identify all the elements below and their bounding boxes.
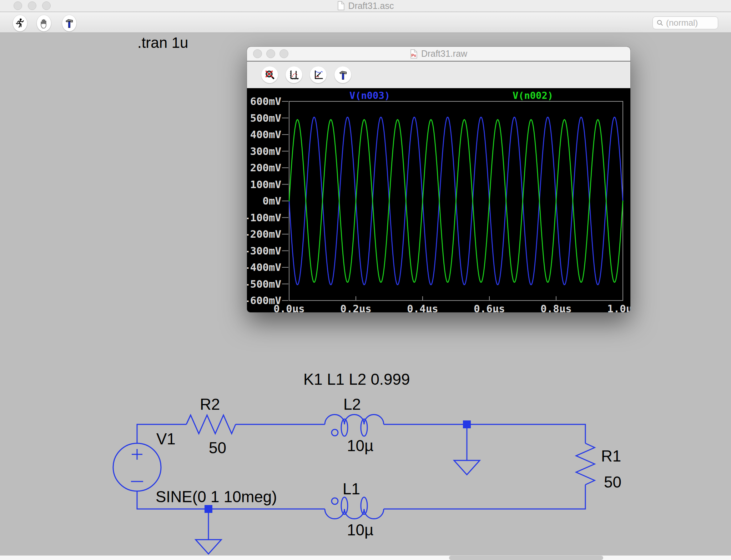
plot-control-panel-button[interactable]: [334, 66, 351, 83]
r2-symbol[interactable]: [186, 415, 236, 434]
y-tick-label: -100mV: [247, 212, 281, 223]
trace-label-vn003[interactable]: V(n003): [349, 90, 390, 101]
v1-value-label[interactable]: SINE(0 1 10meg): [156, 488, 277, 506]
x-tick-label: 0.8µs: [528, 303, 585, 312]
plus-sign: [132, 449, 142, 460]
y-tick-label: 400mV: [247, 129, 281, 140]
l2-phase-dot: [332, 429, 338, 436]
close-button[interactable]: [253, 49, 262, 58]
x-tick-label: 0.6µs: [461, 303, 518, 312]
l1-symbol[interactable]: [325, 497, 384, 519]
zoom-fit-button[interactable]: [310, 66, 327, 83]
svg-text:Ps: Ps: [411, 53, 416, 57]
y-tick-label: 200mV: [247, 162, 281, 173]
horizontal-scrollbar: [0, 555, 731, 560]
raw-window-title: Draft31.raw: [421, 49, 467, 59]
zoom-cancel-icon: [264, 70, 275, 80]
junction-node: [463, 420, 471, 428]
zoom-cancel-button[interactable]: [261, 66, 278, 83]
x-tick-label: 0.0µs: [261, 303, 318, 312]
v1-symbol[interactable]: [113, 443, 161, 491]
spice-directive-tran[interactable]: .tran 1u: [137, 34, 188, 51]
r1-value-label[interactable]: 50: [604, 473, 621, 491]
scrollbar-thumb[interactable]: [449, 556, 603, 560]
ground-symbol-bottom[interactable]: [196, 513, 221, 554]
y-tick-label: -400mV: [247, 262, 281, 273]
y-tick-label: -300mV: [247, 246, 281, 256]
y-tick-label: 600mV: [247, 96, 281, 107]
y-tick-label: -200mV: [247, 229, 281, 239]
l1-ref-label[interactable]: L1: [343, 480, 360, 498]
waveform-plot[interactable]: V(n003) V(n002) 600mV500mV400mV300mV200m…: [247, 88, 630, 312]
zoom-fit-icon: [313, 70, 324, 80]
zoom-button[interactable]: [279, 49, 288, 58]
raw-toolbar: [247, 61, 630, 88]
autorange-button[interactable]: [286, 66, 302, 83]
r1-symbol[interactable]: [576, 443, 595, 485]
l1-phase-dot: [332, 498, 338, 504]
traffic-lights: [253, 49, 288, 58]
ground-symbol-right[interactable]: [454, 428, 480, 475]
x-tick-label: 0.4µs: [394, 303, 451, 312]
waveform-window: Ps Draft31.raw: [247, 47, 630, 312]
r2-value-label[interactable]: 50: [209, 439, 226, 457]
l2-ref-label[interactable]: L2: [343, 395, 361, 413]
trace-label-vn002[interactable]: V(n002): [513, 90, 553, 101]
y-tick-label: -500mV: [247, 279, 281, 289]
spice-directive-coupling[interactable]: K1 L1 L2 0.999: [303, 370, 410, 388]
raw-titlebar: Ps Draft31.raw: [247, 47, 630, 61]
r1-ref-label[interactable]: R1: [601, 447, 621, 465]
y-tick-label: 300mV: [247, 146, 281, 157]
y-tick-label: 100mV: [247, 179, 281, 190]
trace-plot-svg: [247, 88, 630, 312]
autorange-icon: [289, 70, 299, 80]
r2-ref-label[interactable]: R2: [200, 395, 220, 413]
v1-ref-label[interactable]: V1: [156, 430, 176, 448]
wire: [384, 485, 585, 509]
l1-value-label[interactable]: 10µ: [347, 521, 373, 539]
l2-symbol[interactable]: [325, 415, 384, 437]
hammer-icon: [338, 69, 348, 81]
wire: [384, 424, 585, 443]
l2-value-label[interactable]: 10µ: [347, 437, 373, 455]
minimize-button[interactable]: [266, 49, 275, 58]
y-tick-label: 0mV: [247, 196, 281, 206]
raw-document-icon: Ps: [410, 49, 418, 59]
junction-node: [205, 505, 212, 513]
y-tick-label: 500mV: [247, 113, 281, 123]
x-tick-label: 0.2µs: [327, 303, 384, 312]
x-tick-label: 1.0µs: [594, 303, 630, 312]
